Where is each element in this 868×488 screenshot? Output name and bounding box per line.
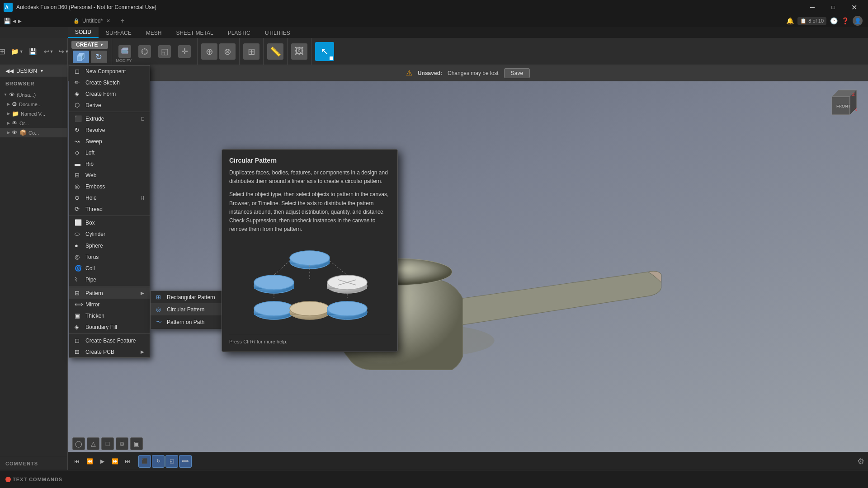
pipe-icon: ⌇ [75,276,82,283]
menu-item-sphere[interactable]: ● Sphere [69,240,150,251]
menu-item-pattern[interactable]: ⊞ Pattern ▶ [69,287,150,299]
circular-pattern-tooltip: Circular Pattern Duplicates faces, bodie… [222,149,398,352]
inspect-button[interactable]: 📏 [267,43,283,60]
menu-item-emboss[interactable]: ◎ Emboss [69,181,150,192]
quick-access-toolbar[interactable]: 💾 ◀ ▶ [4,18,22,24]
maximize-button[interactable]: □ [823,0,844,14]
nav-cube[interactable]: FRONT Z X [823,88,859,124]
rib-icon: ▬ [75,160,82,167]
menu-item-loft[interactable]: ◇ Loft [69,147,150,158]
timeline-play[interactable]: ▶ [97,456,108,467]
timeline-end[interactable]: ⏭ [122,456,133,467]
select-button[interactable]: ↖ [315,42,334,61]
hole-icon: ⊙ [75,194,82,201]
minimize-button[interactable]: ─ [802,0,823,14]
timeline-tool-3[interactable]: □ [101,437,114,450]
menu-item-cylinder[interactable]: ⬭ Cylinder [69,228,150,240]
file-tab[interactable]: 🔒 Untitled* ✕ [68,14,116,27]
browser-header: BROWSER [0,77,67,90]
menu-item-boundary-fill[interactable]: ◈ Boundary Fill [69,321,150,333]
browser-root-item[interactable]: ▼ 👁 (Unsa...) [0,90,67,99]
undo-button[interactable]: ↩▼ [42,46,56,57]
tl-item-fillet[interactable]: ◱ [165,455,178,468]
boolean-button[interactable]: ✛ [175,43,193,60]
menu-item-torus[interactable]: ◎ Torus [69,251,150,263]
construct-button[interactable]: ⊞ [243,43,259,60]
timeline-prev[interactable]: ⏪ [84,456,95,467]
file-menu-button[interactable]: 📁▼ [9,46,25,57]
user-avatar[interactable]: 👤 [853,16,863,26]
browser-documents-item[interactable]: ▶ ⚙ Docume... [0,99,67,109]
menu-item-thread[interactable]: ⟳ Thread [69,203,150,215]
timeline-next[interactable]: ⏩ [109,456,120,467]
menu-item-coil[interactable]: 🌀 Coil [69,263,150,274]
tooltip-desc2: Select the object type, then select obje… [229,190,390,234]
design-dropdown[interactable]: ◀◀ DESIGN ▼ [0,65,67,77]
menu-item-hole[interactable]: ⊙ Hole H [69,192,150,203]
modify-shape-button[interactable]: ⌬ [136,43,154,60]
tl-item-mirror[interactable]: ⟺ [179,455,192,468]
close-button[interactable]: ✕ [844,0,864,14]
insert-button[interactable]: 🖼 [291,43,307,60]
menu-item-create-pcb[interactable]: ⊟ Create PCB ▶ [69,346,150,357]
tab-solid[interactable]: SOLID [68,27,99,38]
model-viewport [68,81,868,452]
shell-button[interactable] [116,43,134,60]
menu-item-create-sketch[interactable]: ✏ Create Sketch [69,77,150,88]
text-commands-label[interactable]: TEXT COMMANDS [13,477,62,482]
menu-item-sweep[interactable]: ↝ Sweep [69,136,150,147]
menu-item-new-component[interactable]: ◻ New Component [69,66,150,77]
tl-item-revolve[interactable]: ↻ [152,455,165,468]
circular-pattern-icon: ◎ [156,306,163,313]
menu-item-web[interactable]: ⊞ Web [69,169,150,181]
notification-bell[interactable]: 🔔 [786,17,794,24]
revolve-menu-icon: ↻ [75,127,82,133]
browser-namedviews-item[interactable]: ▶ 📁 Named V... [0,109,67,118]
tab-sheetmetal[interactable]: SHEET METAL [169,28,220,38]
tab-mesh[interactable]: MESH [139,28,169,38]
create-dropdown-button[interactable]: CREATE ▼ [71,41,108,49]
tooltip-footer: Press Ctrl+/ for more help. [229,335,390,344]
save-file-button[interactable]: Save [504,68,530,78]
menu-item-extrude[interactable]: ⬛ Extrude E [69,113,150,124]
menu-item-derive[interactable]: ⬡ Derive [69,99,150,111]
tab-utilities[interactable]: UTILITIES [258,28,297,38]
menu-item-create-base-feature[interactable]: ◻ Create Base Feature [69,335,150,346]
modify-label: MODIFY [116,58,132,63]
clock-icon[interactable]: 🕐 [830,17,838,24]
timeline-tool-4[interactable]: ⊕ [116,437,128,450]
svg-point-19 [254,275,294,290]
browser-origin-item[interactable]: ▶ 👁 Or... [0,118,67,128]
menu-item-revolve[interactable]: ↻ Revolve [69,124,150,136]
timeline-rewind-start[interactable]: ⏮ [71,456,82,467]
help-icon[interactable]: ❓ [841,17,849,24]
unsaved-detail: Changes may be lost [448,70,499,76]
tab-surface[interactable]: SURFACE [99,28,139,38]
menu-item-create-form[interactable]: ◈ Create Form [69,88,150,99]
create-sketch-icon: ✏ [75,79,82,86]
thicken-icon: ▣ [75,312,82,319]
menu-item-mirror[interactable]: ⟺ Mirror [69,299,150,310]
joint-button[interactable]: ⊗ [219,43,236,60]
new-tab-button[interactable]: + [116,14,129,27]
browser-component-item[interactable]: ▶ 👁 📦 Co... [0,128,67,137]
fillet-button[interactable]: ◱ [156,43,174,60]
menu-item-pipe[interactable]: ⌇ Pipe [69,274,150,285]
tl-item-extrude[interactable]: ⬛ [138,455,151,468]
assemble-button[interactable]: ⊕ [201,43,217,60]
derive-icon: ⬡ [75,102,82,108]
revolve-button[interactable]: ↻ [91,51,107,63]
menu-item-thicken[interactable]: ▣ Thicken [69,310,150,321]
menu-item-rib[interactable]: ▬ Rib [69,158,150,169]
svg-line-12 [274,261,290,275]
grid-menu-button[interactable]: ⊞ [0,45,7,58]
timeline-tool-1[interactable]: ◯ [72,437,85,450]
tab-plastic[interactable]: PLASTIC [221,28,258,38]
save-button[interactable]: 💾 [27,46,38,57]
extrude-icon: ⬛ [75,115,82,122]
extrude-button[interactable] [73,51,89,63]
timeline-settings[interactable]: ⚙ [857,456,864,466]
timeline-tool-5[interactable]: ▣ [130,437,143,450]
menu-item-box[interactable]: ⬜ Box [69,217,150,228]
timeline-tool-2[interactable]: △ [87,437,99,450]
